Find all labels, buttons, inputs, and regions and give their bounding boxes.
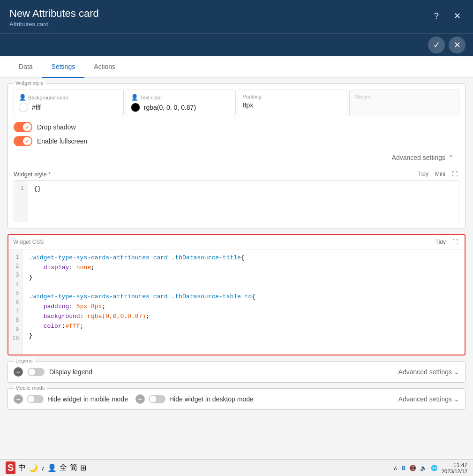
expand-button[interactable]: ⛶ (450, 170, 459, 178)
mini-button[interactable]: Mini (433, 170, 447, 178)
drop-shadow-label: Drop shadow (37, 123, 76, 131)
legend-section: Legend – Display legend Advanced setting… (8, 361, 465, 383)
background-color-label: 👤 Background color (19, 94, 119, 101)
taskbar: S 中 🌙 ♪ 👤 全 简 ⊞ ∧ B 📵 🔈 🌐 11:47 2023/12/… (0, 459, 473, 476)
confirm-button[interactable]: ✓ (428, 37, 445, 53)
taskbar-logo: S (6, 461, 15, 474)
dialog-body: Widget style 👤 Background color #fff (0, 78, 473, 459)
enable-fullscreen-row: ✓ Enable fullscreen (14, 136, 459, 146)
tray-icon-b: B (401, 465, 405, 471)
mobile-advanced-settings[interactable]: Advanced settings ⌄ (398, 395, 459, 403)
tray-icon-wifi: 📵 (409, 465, 416, 471)
text-color-swatch (131, 103, 140, 112)
hide-mobile-knob (28, 396, 34, 402)
hide-desktop-knob (150, 396, 156, 402)
help-button[interactable]: ? (428, 8, 445, 24)
minus-icon: – (14, 367, 23, 377)
padding-field[interactable]: Padding 8px (238, 90, 348, 116)
text-color-value: rgba(0, 0, 0, 0.87) (131, 103, 231, 112)
background-color-field[interactable]: 👤 Background color #fff (14, 90, 124, 116)
dialog-subtitle: Attributes card (9, 21, 464, 28)
widget-style-editor: Widget style * Tidy Mini ⛶ 1 {} (14, 167, 459, 222)
drop-shadow-knob: ✓ (23, 123, 31, 131)
legend-advanced-settings[interactable]: Advanced settings ⌄ (398, 368, 459, 376)
taskbar-icon-4: 👤 (47, 463, 57, 472)
fullscreen-knob: ✓ (23, 137, 31, 145)
enable-fullscreen-toggle[interactable]: ✓ (14, 136, 32, 146)
dialog-title: New Attributes card (9, 8, 464, 20)
mobile-advanced-label: Advanced settings (398, 395, 452, 403)
widget-css-expand-button[interactable]: ⛶ (450, 238, 460, 246)
widget-css-label: Widget CSS (13, 239, 44, 245)
text-icon: 👤 (131, 94, 138, 101)
legend-advanced-label: Advanced settings (398, 368, 452, 376)
legend-section-label: Legend (14, 358, 35, 363)
hide-desktop-item: – Hide widget in desktop mode (135, 394, 254, 404)
widget-css-code-area[interactable]: 1 2 3 4 5 6 7 8 9 10 .widget-type-sys-ca… (8, 249, 465, 355)
background-color-swatch (19, 103, 28, 112)
padding-value: 8px (243, 101, 343, 109)
widget-style-code-content[interactable]: {} (28, 181, 459, 222)
css-line-7: background: rgba(0,0,0,0.87); (29, 312, 459, 322)
display-legend-label: Display legend (49, 368, 92, 376)
widget-style-section: Widget style 👤 Background color #fff (8, 83, 465, 228)
tray-icon-sound: 🔈 (420, 465, 427, 471)
system-date: 2023/12/12 (442, 468, 467, 474)
toggle-check2-icon: ✓ (25, 139, 29, 144)
widget-css-code-content[interactable]: .widget-type-sys-cards-attributes_card .… (23, 249, 465, 355)
drop-shadow-toggle[interactable]: ✓ (14, 122, 32, 132)
widget-css-actions: Tidy ⛶ (434, 238, 460, 246)
cancel-button[interactable]: ✕ (449, 37, 465, 53)
taskbar-icon-6: 简 (70, 463, 77, 473)
color-fields-container: 👤 Background color #fff 👤 Text color (14, 90, 459, 116)
text-color-field[interactable]: 👤 Text color rgba(0, 0, 0, 0.87) (126, 90, 236, 116)
taskbar-icon-2: 🌙 (29, 463, 38, 472)
drop-shadow-row: ✓ Drop shadow (14, 122, 459, 132)
widget-style-line-numbers: 1 (14, 181, 28, 222)
toggle-check-icon: ✓ (25, 125, 29, 130)
widget-style-editor-actions: Tidy Mini ⛶ (416, 170, 459, 178)
advanced-settings-label: Advanced settings (392, 154, 445, 161)
tab-settings[interactable]: Settings (42, 56, 85, 78)
display-legend-knob (29, 369, 35, 375)
css-line-8: color:#fff; (29, 322, 459, 332)
legend-row: – Display legend Advanced settings ⌄ (14, 367, 459, 377)
tidy-button[interactable]: Tidy (416, 170, 430, 178)
hide-mobile-toggle[interactable] (27, 395, 44, 403)
css-line-9: } (29, 331, 459, 341)
background-color-value: #fff (19, 103, 119, 112)
legend-left: – Display legend (14, 367, 92, 377)
mobile-left: – Hide widget in mobile mode – Hide widg… (14, 394, 254, 404)
chevron-up-icon: ⌃ (448, 154, 454, 161)
padding-label: Padding (243, 94, 343, 99)
mobile-mode-section: Mobile mode – Hide widget in mobile mode… (8, 388, 465, 410)
margin-field[interactable]: Margin (349, 90, 459, 116)
widget-style-section-label: Widget style (14, 80, 45, 86)
advanced-settings-row[interactable]: Advanced settings ⌃ (14, 150, 459, 165)
tab-data[interactable]: Data (9, 56, 42, 78)
system-time: 11:47 (442, 462, 467, 468)
required-star: * (48, 171, 51, 178)
hide-desktop-label: Hide widget in desktop mode (169, 395, 254, 403)
mobile-chevron-down-icon: ⌄ (454, 395, 459, 403)
margin-label: Margin (354, 94, 454, 99)
widget-style-editor-label: Widget style * (14, 171, 51, 178)
tray-icon-network: 🌐 (431, 465, 438, 471)
toolbar-row: ✓ ✕ (0, 33, 473, 56)
css-line-10 (29, 341, 459, 351)
widget-style-code-area[interactable]: 1 {} (14, 180, 459, 222)
css-line-4 (29, 282, 459, 292)
widget-css-tidy-button[interactable]: Tidy (434, 238, 448, 246)
css-line-3: } (29, 273, 459, 283)
display-legend-toggle[interactable] (28, 368, 45, 376)
css-line-5: .widget-type-sys-cards-attributes_card .… (29, 292, 459, 302)
close-dialog-button[interactable]: ✕ (449, 8, 465, 24)
widget-css-section: Widget CSS Tidy ⛶ 1 2 3 4 5 6 7 8 9 10 (8, 234, 465, 355)
tabs-row: Data Settings Actions (0, 56, 473, 78)
hide-mobile-label: Hide widget in mobile mode (47, 395, 128, 403)
widget-css-line-numbers: 1 2 3 4 5 6 7 8 9 10 (8, 249, 23, 355)
hide-desktop-toggle[interactable] (149, 395, 165, 403)
css-line-1: .widget-type-sys-cards-attributes_card .… (29, 253, 459, 263)
tab-actions[interactable]: Actions (84, 56, 125, 78)
hide-mobile-item: – Hide widget in mobile mode (14, 394, 128, 404)
